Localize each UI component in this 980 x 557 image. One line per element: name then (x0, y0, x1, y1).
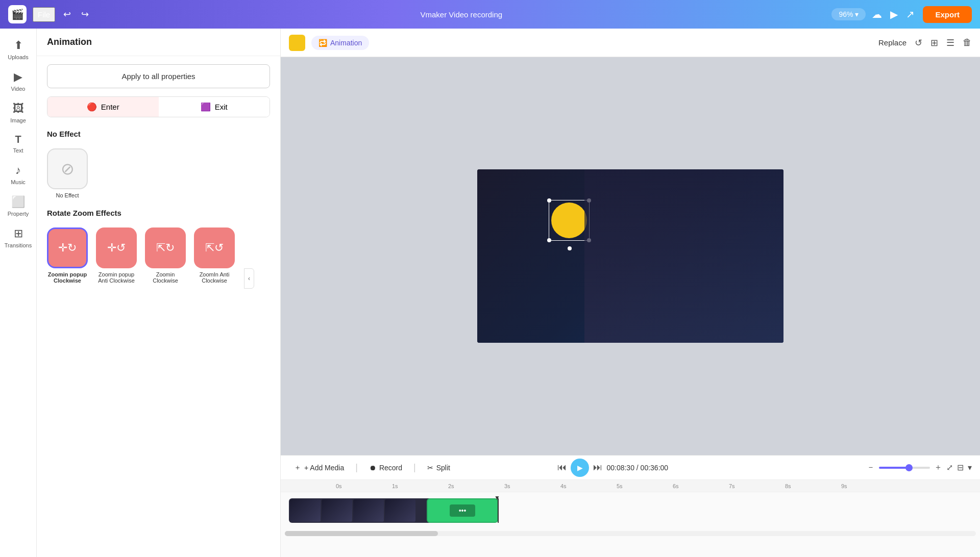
circle-element[interactable] (549, 200, 590, 241)
enter-tab[interactable]: 🔴 Enter (47, 97, 159, 117)
sidebar-item-video[interactable]: ▶ Video (2, 66, 35, 96)
sidebar-item-music[interactable]: ♪ Music (2, 160, 35, 189)
exit-icon: 🟪 (201, 102, 211, 112)
color-swatch[interactable] (289, 35, 305, 51)
effect-icon-zoomin-anti-cw: ✛↺ (96, 227, 137, 268)
split-label: Split (436, 464, 450, 472)
fit-timeline-button[interactable]: ⤢ (946, 463, 953, 472)
zoom-selector[interactable]: 96% ▾ (831, 8, 866, 20)
zoom-out-button[interactable]: － (867, 462, 875, 473)
video-track-row: ••• (281, 496, 980, 525)
no-effect-section-title: No Effect (37, 125, 280, 142)
ruler-1s: 1s (392, 483, 398, 489)
effect-icon-zoomin-anti-clockwise: ⇱↺ (194, 227, 235, 268)
file-menu[interactable]: File (33, 7, 55, 22)
ruler-8s: 8s (785, 483, 791, 489)
timeline-toolbar: ＋ + Add Media | ⏺ Record | ✂ Split ⏮ ▶ ⏭ (281, 455, 980, 480)
timeline-expand-button[interactable]: ▾ (968, 463, 972, 472)
effect-zoomin-anti-clockwise[interactable]: ⇱↺ ZoomIn Anti Clockwise (194, 227, 235, 284)
align-icon[interactable]: ☰ (946, 37, 954, 48)
add-media-icon: ＋ (294, 463, 301, 472)
sidebar: ⬆ Uploads ▶ Video 🖼 Image T Text ♪ Music… (0, 29, 37, 557)
handle-rotate[interactable] (568, 246, 572, 250)
sidebar-item-property[interactable]: ⬜ Property (2, 191, 35, 221)
effect-label-zoomin-anti-cw: Zoomin popup Anti Clockwise (96, 271, 137, 284)
zoom-in-button[interactable]: ＋ (934, 462, 942, 473)
sidebar-item-uploads[interactable]: ⬆ Uploads (2, 35, 35, 64)
video-track-content: ••• (289, 498, 976, 523)
undo-button[interactable]: ↩ (61, 7, 73, 22)
timeline-options-button[interactable]: ⊟ (957, 463, 964, 472)
image-icon: 🖼 (13, 102, 24, 115)
playhead[interactable] (498, 498, 499, 523)
uploads-icon: ⬆ (14, 39, 23, 52)
effect-label-zoomin-cw: Zoomin popup Clockwise (47, 271, 88, 284)
animation-tab-icon: 🔁 (318, 39, 327, 47)
timeline-scrollbar[interactable] (285, 531, 976, 536)
effect-label-zoomin-anti-clockwise: ZoomIn Anti Clockwise (194, 271, 235, 284)
video-thumb-4 (385, 499, 415, 522)
video-thumb-2 (322, 499, 352, 522)
ruler-9s: 9s (841, 483, 847, 489)
timeline: ＋ + Add Media | ⏺ Record | ✂ Split ⏮ ▶ ⏭ (281, 455, 980, 557)
enter-icon: 🔴 (87, 102, 97, 112)
delete-icon[interactable]: 🗑 (963, 37, 972, 48)
video-preview (477, 169, 783, 343)
record-button[interactable]: ⏺ Record (364, 461, 407, 475)
effect-zoomin-clockwise[interactable]: ⇱↻ Zoomin Clockwise (145, 227, 186, 284)
add-media-label: + Add Media (304, 464, 344, 472)
effect-icon-zoomin-cw: ✛↻ (47, 227, 88, 268)
ruler-4s: 4s (560, 483, 567, 489)
export-button[interactable]: Export (923, 6, 972, 23)
refresh-icon[interactable]: ↺ (915, 37, 922, 48)
sidebar-item-image[interactable]: 🖼 Image (2, 98, 35, 128)
skip-forward-button[interactable]: ⏭ (593, 462, 602, 473)
play-button[interactable]: ▶ (571, 459, 589, 477)
shape-clip[interactable]: ••• (427, 498, 498, 523)
main-layout: ⬆ Uploads ▶ Video 🖼 Image T Text ♪ Music… (0, 29, 980, 557)
time-ruler: 0s 1s 2s 3s 4s 5s 6s 7s 8s 9s (281, 480, 980, 492)
record-label: Record (379, 464, 402, 472)
property-icon: ⬜ (11, 195, 25, 209)
handle-bottom-left[interactable] (547, 238, 551, 242)
ruler-3s: 3s (504, 483, 510, 489)
replace-button[interactable]: Replace (878, 38, 906, 47)
current-time: 00:08:30 / 00:36:00 (606, 464, 668, 472)
sidebar-label-text: Text (13, 147, 23, 154)
video-thumb-1 (290, 499, 321, 522)
video-clip[interactable] (289, 498, 432, 523)
share-icon[interactable]: ↗ (906, 8, 915, 20)
cloud-save-icon[interactable]: ☁ (872, 8, 882, 20)
sidebar-item-text[interactable]: T Text (2, 130, 35, 158)
no-effect-item[interactable]: ⊘ No Effect (47, 148, 88, 198)
add-media-button[interactable]: ＋ + Add Media (289, 460, 349, 475)
tracks-area: ••• (281, 492, 980, 529)
redo-button[interactable]: ↪ (79, 7, 91, 22)
play-preview-icon[interactable]: ▶ (890, 8, 898, 20)
record-icon: ⏺ (369, 464, 376, 472)
sidebar-item-transitions[interactable]: ⊞ Transitions (2, 223, 35, 252)
shape-track-inner: ••• (450, 504, 475, 517)
sidebar-label-property: Property (8, 211, 29, 217)
transitions-icon: ⊞ (14, 227, 23, 240)
sidebar-label-music: Music (11, 179, 26, 185)
split-button[interactable]: ✂ Split (422, 461, 455, 475)
exit-tab[interactable]: 🟪 Exit (159, 97, 270, 117)
effect-zoomin-anti-cw[interactable]: ✛↺ Zoomin popup Anti Clockwise (96, 227, 137, 284)
grid-icon[interactable]: ⊞ (930, 37, 938, 48)
timeline-center-controls: ⏮ ▶ ⏭ 00:08:30 / 00:36:00 (557, 459, 668, 477)
effect-zoomin-cw[interactable]: ✛↻ Zoomin popup Clockwise (47, 227, 88, 284)
sidebar-label-image: Image (10, 117, 26, 123)
animation-tab-label: Animation (330, 39, 362, 47)
apply-all-button[interactable]: Apply to all properties (47, 64, 270, 88)
canvas-toolbar: 🔁 Animation Replace ↺ ⊞ ☰ 🗑 (281, 29, 980, 57)
no-effect-icon: ⊘ (47, 148, 88, 189)
rotate-zoom-section-title: Rotate Zoom Effects (37, 205, 280, 221)
zoom-slider[interactable] (879, 467, 930, 469)
panel-collapse-button[interactable]: ‹ (244, 268, 254, 289)
animation-tab[interactable]: 🔁 Animation (311, 36, 369, 50)
effect-label-zoomin-clockwise: Zoomin Clockwise (145, 271, 186, 284)
handle-top-left[interactable] (547, 198, 551, 202)
skip-back-button[interactable]: ⏮ (557, 462, 567, 473)
timeline-scrollbar-thumb (285, 531, 438, 536)
